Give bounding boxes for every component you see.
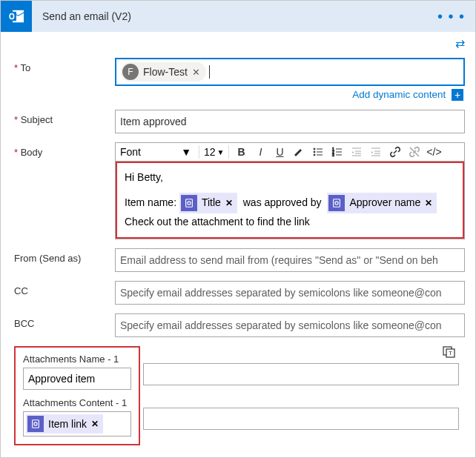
outdent-button[interactable]	[349, 145, 364, 159]
recipient-avatar: F	[122, 64, 139, 80]
cc-placeholder: Specify email addresses separated by sem…	[120, 287, 442, 299]
svg-point-29	[34, 422, 37, 425]
bullet-list-button[interactable]	[311, 145, 325, 159]
font-size-select[interactable]: 12 ▼	[204, 146, 224, 158]
bold-button[interactable]: B	[234, 145, 248, 159]
recipient-name: Flow-Test	[143, 66, 188, 78]
svg-rect-24	[186, 199, 193, 208]
card-header: Send an email (V2) • • •	[1, 1, 475, 32]
body-field[interactable]: Hi Betty, Item name: Title ✕ was approve…	[115, 161, 465, 239]
remove-token-icon[interactable]: ✕	[425, 196, 432, 210]
cc-field[interactable]: Specify email addresses separated by sem…	[115, 281, 465, 305]
attachments-name-value: Approved item	[28, 373, 95, 385]
svg-point-3	[314, 148, 315, 150]
dynamic-token-approver[interactable]: Approver name ✕	[327, 193, 437, 213]
attachments-content-field-ext[interactable]	[143, 408, 459, 430]
attachments-content-label: Attachments Content - 1	[23, 397, 131, 408]
token-icon	[27, 416, 44, 432]
subject-value: Item approved	[120, 116, 187, 127]
body-text: Item name:	[125, 196, 176, 208]
token-icon	[181, 195, 197, 211]
underline-button[interactable]: U	[272, 145, 287, 159]
font-select[interactable]: Font ▼	[120, 146, 194, 158]
attachments-name-field-ext[interactable]	[143, 363, 459, 385]
attachments-name-field[interactable]: Approved item	[23, 368, 131, 390]
card-title: Send an email (V2)	[32, 10, 437, 22]
action-card: Send an email (V2) • • • ⇄ To F Flow-Tes…	[0, 0, 476, 458]
attachments-highlight-box: Attachments Name - 1 Approved item Attac…	[14, 346, 140, 445]
link-button[interactable]	[388, 145, 403, 159]
svg-point-7	[314, 154, 315, 156]
attachments-right-column: T	[143, 342, 462, 430]
italic-button[interactable]: I	[253, 145, 268, 159]
svg-point-25	[188, 202, 191, 205]
chevron-down-icon: ▼	[181, 146, 191, 158]
to-input[interactable]	[213, 65, 459, 79]
svg-point-27	[335, 202, 338, 205]
from-label: From (Send as)	[11, 248, 115, 264]
attachments-content-field[interactable]: Item link ✕	[23, 411, 131, 437]
add-dynamic-content-link[interactable]: Add dynamic content	[352, 89, 446, 100]
numbered-list-button[interactable]: 123	[330, 145, 345, 159]
body-toolbar: Font ▼ 12 ▼ B I U	[115, 142, 465, 161]
token-icon	[328, 195, 345, 211]
svg-point-5	[314, 151, 315, 153]
from-placeholder: Email address to send mail from (require…	[120, 254, 438, 266]
svg-rect-26	[334, 199, 340, 208]
bcc-placeholder: Specify email addresses separated by sem…	[120, 319, 442, 331]
svg-text:3: 3	[332, 153, 334, 157]
recipient-chip[interactable]: F Flow-Test ✕	[121, 62, 206, 82]
add-dynamic-content-plus-icon[interactable]: +	[452, 89, 463, 101]
card-menu-button[interactable]: • • •	[437, 8, 468, 25]
body-label: Body	[11, 142, 115, 158]
switch-array-mode-button[interactable]: T	[443, 342, 462, 361]
remove-token-icon[interactable]: ✕	[225, 196, 233, 210]
chevron-down-icon: ▼	[217, 148, 225, 156]
indent-button[interactable]	[368, 145, 383, 159]
body-text: Check out the attachment to find the lin…	[125, 213, 455, 231]
svg-rect-28	[33, 420, 39, 428]
subject-field[interactable]: Item approved	[115, 110, 465, 133]
bcc-field[interactable]: Specify email addresses separated by sem…	[115, 313, 465, 337]
dynamic-token-title[interactable]: Title ✕	[179, 193, 237, 213]
body-text: was approved by	[243, 196, 322, 208]
unlink-button[interactable]	[407, 145, 422, 159]
code-view-button[interactable]: </>	[426, 145, 441, 159]
subject-label: Subject	[11, 110, 115, 125]
to-field[interactable]: F Flow-Test ✕	[115, 58, 465, 86]
outlook-icon	[1, 1, 32, 32]
attachments-name-label: Attachments Name - 1	[23, 354, 131, 365]
cc-label: CC	[11, 281, 115, 296]
to-label: To	[11, 58, 115, 73]
swap-icon[interactable]: ⇄	[455, 37, 465, 50]
body-greeting: Hi Betty,	[125, 169, 455, 187]
dynamic-token-itemlink[interactable]: Item link ✕	[26, 414, 103, 434]
highlight-button[interactable]	[291, 145, 306, 159]
remove-token-icon[interactable]: ✕	[91, 419, 99, 429]
bcc-label: BCC	[11, 313, 115, 329]
svg-text:T: T	[449, 350, 452, 356]
remove-recipient-icon[interactable]: ✕	[192, 67, 200, 78]
from-field[interactable]: Email address to send mail from (require…	[115, 248, 465, 272]
